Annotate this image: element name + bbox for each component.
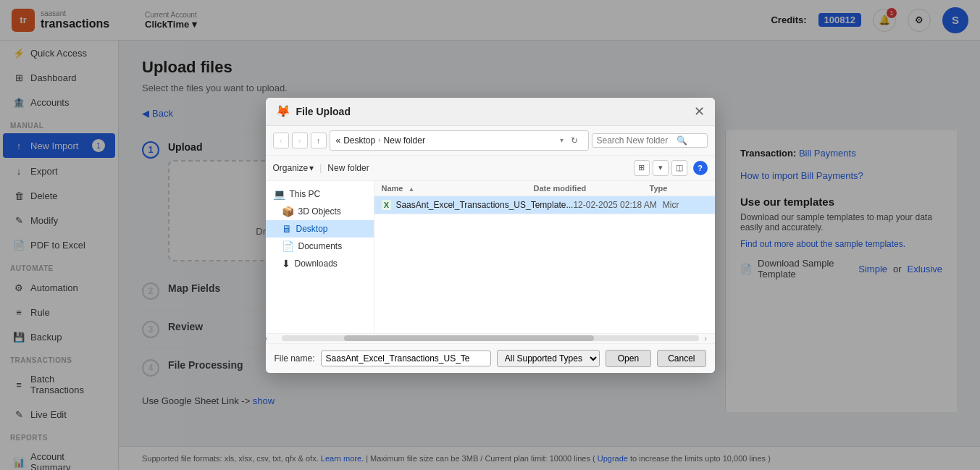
search-icon: 🔍 xyxy=(677,135,687,146)
modal-hscroll: ‹ › xyxy=(266,333,715,343)
hscroll-left-icon[interactable]: ‹ xyxy=(266,335,276,343)
file-date-cell: 12-02-2025 02:18 AM xyxy=(573,200,662,210)
modal-forward-button[interactable]: › xyxy=(292,133,308,148)
breadcrumb-separator-icon: › xyxy=(378,136,380,144)
modal-title: File Upload xyxy=(296,106,694,117)
file-type-cell: Micr xyxy=(663,200,708,210)
hscroll-right-icon[interactable]: › xyxy=(705,335,715,343)
back-arrow-icon: ‹ xyxy=(280,136,282,145)
modal-sidebar: 💻 This PC 📦 3D Objects 🖥 Desktop 📄 Docum… xyxy=(266,181,374,333)
help-button[interactable]: ? xyxy=(693,161,708,175)
modal-footer: File name: All Supported Types Excel Fil… xyxy=(266,343,715,373)
modal-firefox-icon: 🦊 xyxy=(276,104,290,118)
organize-button[interactable]: Organize ▾ xyxy=(273,163,314,173)
file-name-cell: SaasAnt_Excel_Transactions_US_Template..… xyxy=(395,200,573,210)
file-icon: X xyxy=(382,200,392,210)
breadcrumb-newfolder: New folder xyxy=(384,135,425,146)
up-arrow-icon: ↑ xyxy=(317,136,321,145)
filename-label: File name: xyxy=(275,353,315,364)
documents-icon: 📄 xyxy=(282,240,294,252)
organize-dropdown-icon: ▾ xyxy=(309,163,314,173)
this-pc-icon: 💻 xyxy=(273,188,285,200)
modal-sidebar-downloads[interactable]: ⬇ Downloads xyxy=(266,255,374,272)
new-folder-button[interactable]: New folder xyxy=(327,163,369,173)
modal-sidebar-documents[interactable]: 📄 Documents xyxy=(266,238,374,255)
breadcrumb-dropdown-icon: ▾ xyxy=(560,136,564,144)
modal-file-area: Name ▲ Date modified Type X SaasAnt_Exce… xyxy=(374,181,715,333)
modal-back-button[interactable]: ‹ xyxy=(273,133,289,148)
modal-close-button[interactable]: ✕ xyxy=(694,104,705,119)
search-input[interactable] xyxy=(597,135,677,146)
modal-up-button[interactable]: ↑ xyxy=(311,133,327,148)
excel-icon: X xyxy=(382,200,391,210)
breadcrumb-desktop: Desktop xyxy=(343,135,375,146)
view-buttons: ⊞ ▾ ◫ xyxy=(634,160,687,176)
3d-objects-icon: 📦 xyxy=(282,206,294,217)
hscroll-track xyxy=(282,335,699,341)
file-row[interactable]: X SaasAnt_Excel_Transactions_US_Template… xyxy=(374,196,715,214)
downloads-icon: ⬇ xyxy=(282,258,290,269)
breadcrumb-bar[interactable]: « Desktop › New folder ▾ ↻ xyxy=(330,130,589,151)
search-bar: 🔍 xyxy=(592,133,708,148)
modal-overlay[interactable]: 🦊 File Upload ✕ ‹ › ↑ « Desktop › New fo… xyxy=(0,0,980,470)
preview-toggle-button[interactable]: ◫ xyxy=(671,160,687,176)
footer-filetype: All Supported Types Excel Files CSV File… xyxy=(497,350,600,367)
filetype-select[interactable]: All Supported Types Excel Files CSV File… xyxy=(497,350,600,367)
col-type-header: Type xyxy=(650,184,708,193)
filename-input[interactable] xyxy=(321,351,491,366)
col-name-header: Name ▲ xyxy=(382,184,534,193)
open-button[interactable]: Open xyxy=(606,350,651,367)
list-view-button[interactable]: ⊞ xyxy=(634,160,650,176)
file-upload-modal: 🦊 File Upload ✕ ‹ › ↑ « Desktop › New fo… xyxy=(266,98,715,373)
modal-toolbar: Organize ▾ | New folder ⊞ ▾ ◫ ? xyxy=(266,156,715,181)
modal-titlebar: 🦊 File Upload ✕ xyxy=(266,98,715,126)
file-table-header: Name ▲ Date modified Type xyxy=(374,181,715,196)
modal-sidebar-desktop[interactable]: 🖥 Desktop xyxy=(266,220,374,238)
details-view-button[interactable]: ▾ xyxy=(653,160,669,176)
desktop-icon: 🖥 xyxy=(282,223,292,235)
cancel-button[interactable]: Cancel xyxy=(657,350,705,367)
modal-body: 💻 This PC 📦 3D Objects 🖥 Desktop 📄 Docum… xyxy=(266,181,715,333)
modal-nav: ‹ › ↑ « Desktop › New folder ▾ ↻ 🔍 xyxy=(266,126,715,156)
modal-sidebar-3d-objects[interactable]: 📦 3D Objects xyxy=(266,203,374,220)
sort-icon: ▲ xyxy=(409,185,415,193)
hscroll-thumb[interactable] xyxy=(344,335,595,341)
forward-arrow-icon: › xyxy=(298,136,301,145)
breadcrumb-arrow-icon: « xyxy=(336,135,341,146)
footer-filename xyxy=(321,351,491,366)
col-date-header: Date modified xyxy=(534,184,650,193)
modal-sidebar-this-pc[interactable]: 💻 This PC xyxy=(266,185,374,203)
refresh-button[interactable]: ↻ xyxy=(566,133,582,148)
